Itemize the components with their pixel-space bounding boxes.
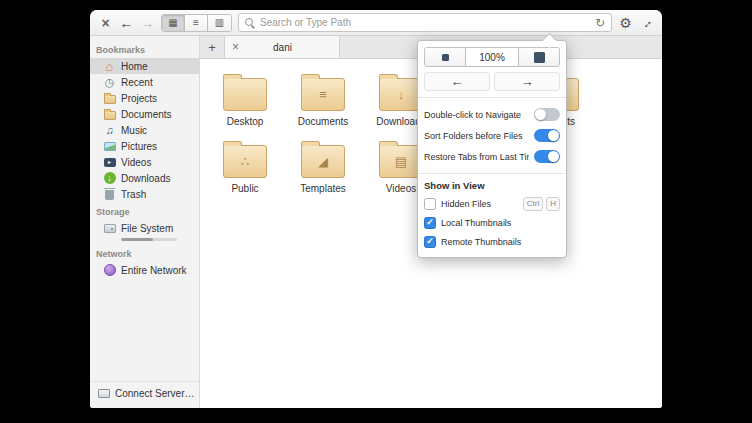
sidebar-item-downloads[interactable]: ↓ Downloads xyxy=(90,170,199,186)
sidebar-item-label: Videos xyxy=(121,157,151,168)
home-icon: ⌂ xyxy=(103,60,116,73)
sidebar-item-label: Recent xyxy=(121,77,153,88)
refresh-icon[interactable]: ↻ xyxy=(595,16,605,30)
connect-server-button[interactable]: Connect Server… xyxy=(90,381,199,408)
file-item-documents[interactable]: ≡ Documents xyxy=(284,71,362,127)
sidebar-section-bookmarks: Bookmarks xyxy=(90,40,199,58)
folder-icon: ◢ xyxy=(301,145,345,178)
sidebar-item-label: Music xyxy=(121,125,147,136)
popover-forward-button[interactable]: → xyxy=(494,72,560,91)
sidebar-item-label: Pictures xyxy=(121,141,157,152)
zoom-out-button[interactable] xyxy=(425,48,466,66)
list-view-button[interactable]: ≡ xyxy=(185,15,208,31)
file-name: Documents xyxy=(298,116,349,127)
forward-button[interactable]: → xyxy=(140,14,155,32)
folder-icon: ≡ xyxy=(301,78,345,111)
new-tab-button[interactable]: + xyxy=(200,36,225,58)
toggle-switch[interactable] xyxy=(534,150,560,163)
zoom-in-icon xyxy=(534,52,545,63)
local-thumbnails-checkbox[interactable] xyxy=(424,217,436,229)
file-name: Public xyxy=(231,183,258,194)
sidebar-item-entire-network[interactable]: Entire Network xyxy=(90,262,199,278)
maximize-button[interactable]: ↔ xyxy=(635,11,658,34)
folder-icon: ∴ xyxy=(223,145,267,178)
sidebar-item-label: Downloads xyxy=(121,173,170,184)
popover-nav-row: ← → xyxy=(424,72,560,91)
tab-dani[interactable]: × dani xyxy=(225,36,340,58)
search-input[interactable] xyxy=(260,17,590,28)
template-emblem-icon: ◢ xyxy=(318,155,328,168)
filmstrip-emblem-icon: ▤ xyxy=(395,155,407,168)
harddrive-icon xyxy=(104,224,116,233)
sidebar-section-storage: Storage xyxy=(90,202,199,220)
file-name: Desktop xyxy=(227,116,264,127)
toggle-switch[interactable] xyxy=(534,129,560,142)
downloads-circle-icon: ↓ xyxy=(104,172,116,184)
file-item-templates[interactable]: ◢ Templates xyxy=(284,138,362,194)
sidebar-item-pictures[interactable]: Pictures xyxy=(90,138,199,154)
sidebar-item-file-system[interactable]: File System xyxy=(90,220,199,236)
sidebar-item-label: Documents xyxy=(121,109,172,120)
tab-close-icon[interactable]: × xyxy=(232,40,239,54)
sidebar-item-recent[interactable]: ◷ Recent xyxy=(90,74,199,90)
folder-icon xyxy=(223,78,267,111)
recent-clock-icon: ◷ xyxy=(103,76,116,89)
column-view-button[interactable]: ▥ xyxy=(208,15,231,31)
zoom-in-button[interactable] xyxy=(518,48,559,66)
headerbar: × ← → ▦ ≡ ▥ ↻ ⚙ ↔ xyxy=(90,10,662,36)
zoom-out-icon xyxy=(442,54,449,61)
sidebar-item-label: Home xyxy=(121,61,148,72)
toggle-label: Sort Folders before Files xyxy=(424,131,523,141)
checkbox-row-remote-thumbnails[interactable]: Remote Thumbnails xyxy=(424,232,560,251)
checkbox-row-local-thumbnails[interactable]: Local Thumbnails xyxy=(424,213,560,232)
back-button[interactable]: ← xyxy=(119,14,134,32)
shortcut-keys: Ctrl H xyxy=(523,197,560,211)
search-bar[interactable]: ↻ xyxy=(238,13,612,32)
file-name: Templates xyxy=(300,183,346,194)
download-arrow-emblem-icon: ↓ xyxy=(398,88,405,101)
remote-thumbnails-checkbox[interactable] xyxy=(424,236,436,248)
toggle-restore-tabs[interactable]: Restore Tabs from Last Time xyxy=(424,146,560,167)
text-lines-emblem-icon: ≡ xyxy=(319,88,327,101)
checkbox-label: Local Thumbnails xyxy=(441,218,511,228)
zoom-controls: 100% xyxy=(424,47,560,67)
zoom-level: 100% xyxy=(466,48,518,66)
file-item-public[interactable]: ∴ Public xyxy=(206,138,284,194)
sidebar-item-documents[interactable]: Documents xyxy=(90,106,199,122)
sidebar-section-network: Network xyxy=(90,244,199,262)
folder-icon xyxy=(104,111,116,120)
sidebar-item-home[interactable]: ⌂ Home xyxy=(90,58,199,74)
separator xyxy=(418,97,566,98)
settings-popover: 100% ← → Double-click to Navigate Sort F… xyxy=(417,40,567,258)
popover-back-button[interactable]: ← xyxy=(424,72,490,91)
grid-view-button[interactable]: ▦ xyxy=(162,15,185,31)
checkbox-row-hidden-files[interactable]: Hidden Files Ctrl H xyxy=(424,194,560,213)
sidebar-item-projects[interactable]: Projects xyxy=(90,90,199,106)
key-ctrl: Ctrl xyxy=(523,197,543,211)
tab-label: dani xyxy=(243,42,332,53)
file-item-desktop[interactable]: Desktop xyxy=(206,71,284,127)
files-window: × ← → ▦ ≡ ▥ ↻ ⚙ ↔ Bookmarks ⌂ Home xyxy=(90,10,662,408)
settings-gear-button[interactable]: ⚙ xyxy=(618,14,633,32)
toggle-sort-folders-before-files[interactable]: Sort Folders before Files xyxy=(424,125,560,146)
window-body: Bookmarks ⌂ Home ◷ Recent Projects Docum… xyxy=(90,36,662,408)
toggle-label: Double-click to Navigate xyxy=(424,110,521,120)
toggle-switch[interactable] xyxy=(534,108,560,121)
window-close-button[interactable]: × xyxy=(98,14,113,32)
toggle-double-click-to-navigate[interactable]: Double-click to Navigate xyxy=(424,104,560,125)
photo-icon xyxy=(104,142,116,151)
sidebar: Bookmarks ⌂ Home ◷ Recent Projects Docum… xyxy=(90,36,200,408)
disk-usage-bar xyxy=(121,238,177,241)
sidebar-item-videos[interactable]: ▸ Videos xyxy=(90,154,199,170)
disk-usage-fill xyxy=(121,238,153,241)
trash-icon xyxy=(105,190,114,200)
key-h: H xyxy=(546,197,560,211)
checkbox-label: Remote Thumbnails xyxy=(441,237,521,247)
sidebar-item-label: File System xyxy=(121,223,173,234)
folder-icon xyxy=(104,95,116,104)
checkbox-label: Hidden Files xyxy=(441,199,491,209)
sidebar-item-music[interactable]: ♫ Music xyxy=(90,122,199,138)
sidebar-item-trash[interactable]: Trash xyxy=(90,186,199,202)
connect-server-icon xyxy=(98,389,110,398)
hidden-files-checkbox[interactable] xyxy=(424,198,436,210)
